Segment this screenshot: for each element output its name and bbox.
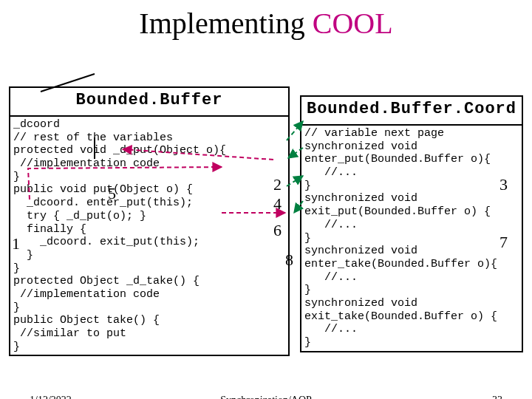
title-prefix: Implementing — [139, 7, 312, 40]
seq-num-8: 8 — [285, 250, 293, 270]
right-header: Bounded.Buffer.Coord — [301, 97, 522, 126]
right-code: // variable next page synchronized void … — [301, 126, 522, 351]
footer-date: 1/12/2022 — [30, 395, 72, 399]
seq-num-4: 4 — [273, 194, 282, 214]
left-code: _dcoord // rest of the variables protect… — [10, 117, 288, 355]
slide-title: Implementing COOL — [0, 0, 532, 44]
right-class-box: Bounded.Buffer.Coord // variable next pa… — [300, 95, 523, 352]
title-cool: COOL — [313, 7, 393, 40]
seq-num-6: 6 — [273, 221, 282, 240]
left-class-box: Bounded.Buffer _dcoord // rest of the va… — [9, 86, 290, 356]
footer-page: 33 — [492, 395, 502, 399]
seq-num-5: 5 — [108, 184, 116, 203]
footer-center: Synchronization/AOP — [220, 395, 312, 399]
seq-num-1: 1 — [12, 234, 20, 253]
seq-num-7: 7 — [499, 233, 508, 252]
left-header: Bounded.Buffer — [10, 88, 288, 117]
seq-num-3: 3 — [499, 175, 508, 194]
seq-num-2: 2 — [273, 175, 282, 194]
